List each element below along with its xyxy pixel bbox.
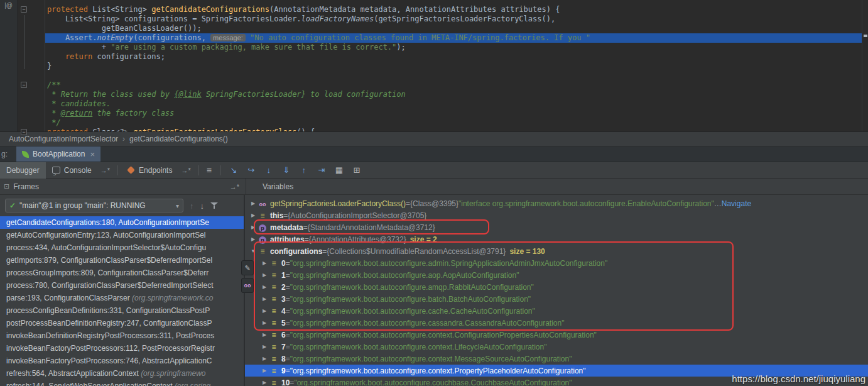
tree-toggle-icon[interactable]: ▶ (249, 224, 258, 230)
edit-watch-button[interactable]: ✎ (241, 260, 254, 275)
tab-boot-application[interactable]: BootApplication × (16, 146, 100, 162)
collection-size: size = 2 (410, 235, 437, 244)
error-stripe-marker[interactable] (864, 35, 867, 37)
thread-selector[interactable]: ✓ "main"@1 in group "main": RUNNING ▾ (5, 199, 183, 212)
tree-toggle-icon[interactable]: ▶ (260, 272, 269, 278)
code-line[interactable]: * candidates. (47, 99, 862, 109)
settings-grid-icon[interactable]: ⊞ (351, 165, 362, 175)
close-icon[interactable]: × (90, 150, 95, 159)
code-line[interactable]: protected List<String> getCandidateConfi… (47, 5, 862, 14)
tree-toggle-icon[interactable]: ▶ (260, 332, 269, 338)
force-step-into-icon[interactable]: ⇓ (281, 165, 292, 175)
tree-toggle-icon[interactable]: ▶ (260, 368, 269, 373)
tab-endpoints[interactable]: Endpoints (122, 162, 178, 179)
spring-boot-icon (22, 151, 29, 158)
value-icon: ≡ (271, 319, 276, 328)
code-line[interactable] (47, 71, 862, 80)
tree-toggle-icon[interactable]: ▶ (260, 308, 269, 314)
tool-window-stripe-icon[interactable]: |@ (1, 2, 16, 9)
evaluate-expression-icon[interactable]: ▦ (334, 165, 345, 175)
tree-toggle-icon[interactable]: ▶ (249, 201, 258, 206)
variable-row[interactable]: ▶≡7 = "org.springframework.boot.autoconf… (245, 341, 868, 353)
variable-row[interactable]: ▶≡2 = "org.springframework.boot.autoconf… (245, 281, 868, 293)
frame-row[interactable]: process:780, ConfigurationClassParser$De… (0, 279, 244, 292)
fold-icon[interactable]: − (21, 129, 27, 135)
code-line[interactable]: List<String> configurations = SpringFact… (47, 14, 862, 24)
frame-row[interactable]: invokeBeanDefinitionRegistryPostProcesso… (0, 329, 244, 342)
variable-row[interactable]: ▼≡configurations = {Collections$Unmodifi… (245, 245, 868, 257)
frame-row[interactable]: postProcessBeanDefinitionRegistry:247, C… (0, 317, 244, 329)
variable-row[interactable]: ▶≡1 = "org.springframework.boot.autoconf… (245, 269, 868, 281)
tree-toggle-icon[interactable]: ▶ (260, 320, 269, 326)
frame-row[interactable]: getCandidateConfigurations:180, AutoConf… (0, 216, 244, 229)
move-to-editor-icon[interactable]: →* (230, 183, 239, 190)
open-in-new-tab-icon[interactable]: →* (181, 167, 190, 174)
variable-row[interactable]: ▶pattributes = {AnnotationAttributes@373… (245, 233, 868, 245)
frame-row[interactable]: refresh:144, ServletWebServerApplication… (0, 380, 244, 386)
code-line[interactable]: /** (47, 80, 862, 90)
run-to-cursor-icon[interactable]: ⇥ (316, 165, 327, 175)
tree-toggle-icon[interactable]: ▶ (260, 296, 269, 302)
variable-row[interactable]: ▶≡6 = "org.springframework.boot.autoconf… (245, 329, 868, 341)
variable-value: "org.springframework.boot.autoconfigure.… (290, 283, 534, 292)
variable-row[interactable]: ▶≡8 = "org.springframework.boot.autoconf… (245, 353, 868, 365)
tree-toggle-icon[interactable]: ▶ (260, 344, 269, 350)
layout-settings-icon[interactable]: ≡ (207, 165, 212, 175)
code-line[interactable]: * @return the factory class (47, 109, 862, 118)
code-line[interactable]: getBeanClassLoader()); (47, 24, 862, 33)
tree-toggle-icon[interactable]: ▶ (260, 380, 269, 385)
fold-icon[interactable]: − (21, 82, 27, 88)
frame-row[interactable]: processGroupImports:809, ConfigurationCl… (0, 267, 244, 279)
variable-row[interactable]: ▶oogetSpringFactoriesLoaderFactoryClass(… (245, 197, 868, 209)
tree-toggle-icon[interactable]: ▶ (260, 284, 269, 290)
next-frame-icon[interactable]: ↓ (200, 201, 205, 211)
variable-row[interactable]: ▶≡5 = "org.springframework.boot.autoconf… (245, 317, 868, 329)
frame-row[interactable]: getAutoConfigurationEntry:123, AutoConfi… (0, 229, 244, 241)
tree-toggle-icon[interactable]: ▶ (260, 356, 269, 361)
code-line[interactable]: return configurations; (47, 52, 862, 62)
fold-icon[interactable]: − (21, 6, 27, 13)
variable-row[interactable]: ▶≡3 = "org.springframework.boot.autoconf… (245, 293, 868, 305)
frame-package: (org.springframewo (141, 369, 205, 378)
code-area[interactable]: protected List<String> getCandidateConfi… (45, 0, 862, 131)
code-line[interactable]: } (47, 62, 862, 71)
frame-row[interactable]: processConfigBeanDefinitions:331, Config… (0, 304, 244, 317)
variable-name: 0 (281, 259, 286, 268)
step-out-icon[interactable]: ↑ (298, 165, 310, 175)
tree-toggle-icon[interactable]: ▶ (249, 236, 258, 242)
frame-row[interactable]: invokeBeanFactoryPostProcessors:746, Abs… (0, 355, 244, 367)
code-line[interactable]: */ (47, 118, 862, 128)
breadcrumb-item[interactable]: getCandidateConfigurations() (129, 135, 228, 143)
frame-row[interactable]: invokeBeanFactoryPostProcessors:112, Pos… (0, 342, 244, 355)
variable-value: "org.springframework.boot.autoconfigure.… (290, 355, 572, 363)
frame-row[interactable]: getImports:879, ConfigurationClassParser… (0, 254, 244, 267)
error-stripe[interactable] (862, 0, 868, 131)
frame-row[interactable]: process:434, AutoConfigurationImportSele… (0, 241, 244, 254)
tab-console[interactable]: Console (46, 162, 98, 179)
breadcrumb-item[interactable]: AutoConfigurationImportSelector (9, 135, 118, 143)
variable-row[interactable]: ▶≡0 = "org.springframework.boot.autoconf… (245, 257, 868, 269)
code-line[interactable]: Assert.notEmpty(configurations, message:… (45, 33, 862, 43)
frame-row[interactable]: parse:193, ConfigurationClassParser (org… (0, 292, 244, 304)
step-into-icon[interactable]: ↓ (263, 165, 274, 175)
step-over-icon[interactable]: ↪ (246, 165, 257, 175)
variable-row[interactable]: ▶pmetadata = {StandardAnnotationMetadata… (245, 221, 868, 233)
add-to-watches-button[interactable]: oo (241, 278, 254, 293)
variable-row[interactable]: ▶≡4 = "org.springframework.boot.autoconf… (245, 305, 868, 317)
show-execution-point-icon[interactable]: ↘ (228, 165, 239, 175)
code-line[interactable]: + "are using a custom packaging, make su… (47, 43, 862, 52)
tab-debugger[interactable]: Debugger (0, 162, 46, 179)
editor-gutter[interactable]: −−− (18, 0, 45, 131)
open-in-new-tab-icon[interactable]: →* (100, 167, 110, 174)
navigate-link[interactable]: Navigate (722, 199, 751, 208)
variable-row[interactable]: ▶≡this = {AutoConfigurationImportSelecto… (245, 209, 868, 221)
tree-toggle-icon[interactable]: ▶ (260, 260, 269, 266)
variable-value: "org.springframework.boot.autoconfigure.… (290, 307, 535, 316)
tree-toggle-icon[interactable]: ▶ (249, 212, 258, 218)
code-line[interactable]: * Return the class used by {@link Spring… (47, 90, 862, 99)
tree-toggle-icon[interactable]: ▼ (249, 248, 258, 254)
code-line[interactable]: protected Class<?> getSpringFactoriesLoa… (47, 128, 862, 131)
frame-row[interactable]: refresh:564, AbstractApplicationContext … (0, 367, 244, 380)
previous-frame-icon[interactable]: ↑ (190, 201, 194, 211)
hide-library-frames-icon[interactable] (210, 202, 219, 210)
